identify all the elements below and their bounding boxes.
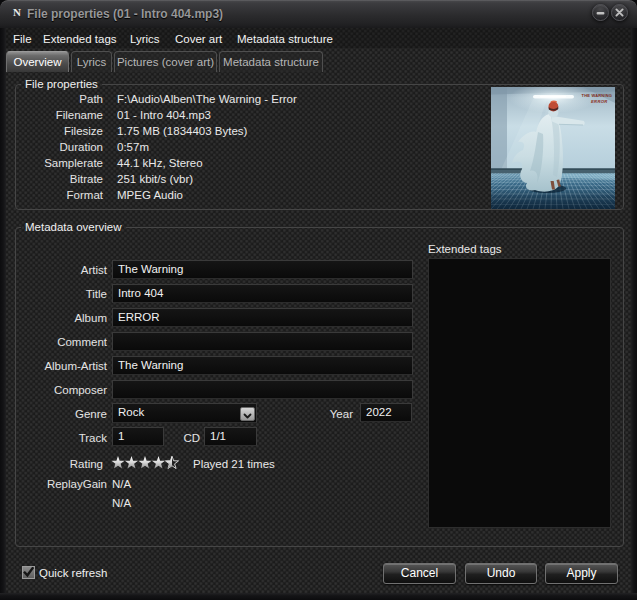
- svg-text:THE WARNING: THE WARNING: [582, 93, 613, 98]
- svg-text:ERROR: ERROR: [591, 99, 608, 104]
